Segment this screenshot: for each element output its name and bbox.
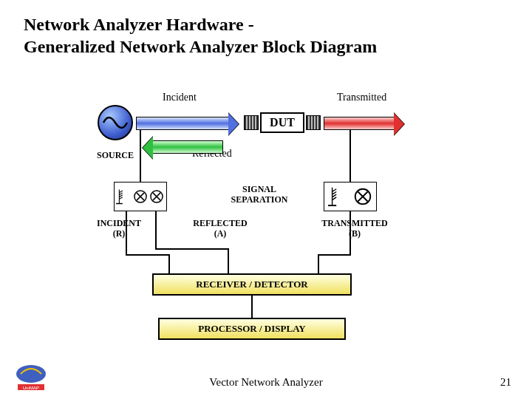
footer-caption: Vector Network Analyzer	[0, 376, 532, 389]
page-number: 21	[500, 376, 511, 389]
separator-block-left	[114, 182, 167, 211]
slide-title: Network Analyzer Hardware - Generalized …	[24, 13, 377, 58]
mixer-icon	[149, 186, 165, 207]
processor-display-block: PROCESSOR / DISPLAY	[158, 318, 346, 340]
reflected-a-label: REFLECTED (A)	[191, 219, 250, 239]
sine-wave-icon	[102, 115, 129, 130]
wire	[155, 211, 157, 248]
wire	[168, 254, 170, 273]
receiver-detector-block: RECEIVER / DETECTOR	[152, 273, 352, 296]
wire	[140, 130, 141, 182]
dut-port-right	[306, 115, 321, 130]
wire	[318, 254, 319, 273]
dut-port-left	[244, 115, 259, 130]
transmitted-arrow	[324, 117, 395, 130]
title-line-1: Network Analyzer Hardware -	[24, 15, 254, 34]
source-label: SOURCE	[93, 151, 137, 161]
mixer-icon	[132, 186, 149, 207]
source-oscillator-icon	[98, 105, 133, 140]
incident-arrow	[136, 117, 229, 130]
wire	[318, 254, 351, 256]
transmitted-b-label: TRANSMITTED (B)	[319, 219, 390, 239]
wire	[155, 248, 229, 250]
incident-r-label: INCIDENT (R)	[93, 219, 145, 239]
mixer-icon	[352, 186, 373, 207]
transmitted-label: Transmitted	[337, 92, 386, 103]
incident-label: Incident	[163, 92, 197, 103]
wire	[126, 211, 127, 254]
wire	[349, 211, 351, 254]
coupler-icon	[116, 186, 132, 207]
signal-separation-label: SIGNAL SEPARATION	[219, 185, 300, 205]
wire	[349, 130, 351, 182]
coupler-icon	[328, 186, 349, 207]
wire	[126, 254, 170, 256]
reflected-arrow	[152, 140, 223, 154]
dut-block: DUT	[260, 112, 304, 133]
wire	[228, 248, 229, 273]
block-diagram: Incident Transmitted Reflected SOURCE DU…	[44, 96, 458, 347]
title-line-2: Generalized Network Analyzer Block Diagr…	[24, 37, 377, 56]
separator-block-right	[324, 182, 377, 211]
wire	[251, 296, 253, 318]
